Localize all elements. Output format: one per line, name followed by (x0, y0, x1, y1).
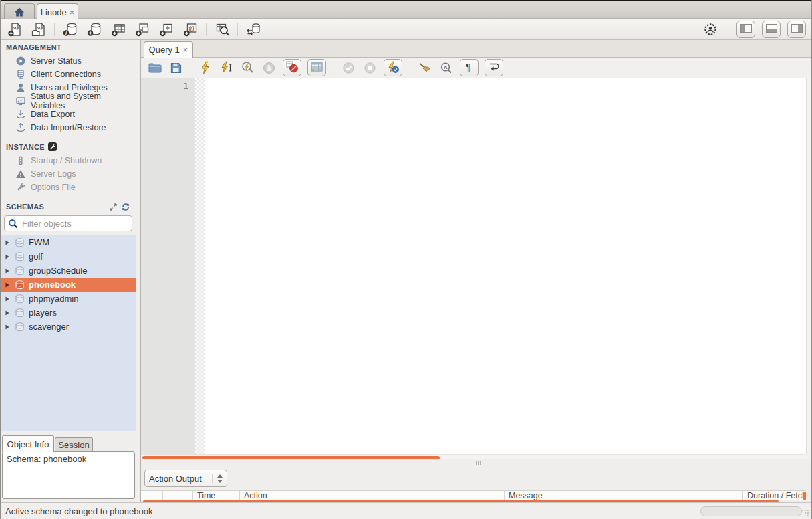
schema-row-phpmyadmin[interactable]: phpmyadmin (1, 292, 136, 306)
tab-query-1[interactable]: Query 1 × (144, 41, 193, 58)
output-splitter[interactable] (141, 459, 811, 466)
open-script-icon[interactable] (147, 60, 162, 76)
schema-row-players[interactable]: players (1, 306, 136, 320)
admin-settings-icon[interactable] (702, 21, 719, 37)
sidebar-item-status-variables[interactable]: Status and System Variables (1, 94, 136, 108)
sidebar-item-data-import[interactable]: Data Import/Restore (1, 121, 136, 134)
sidebar-item-startup-shutdown[interactable]: Startup / Shutdown (1, 154, 136, 167)
column-time[interactable]: Time (193, 491, 240, 500)
schema-row-groupschedule[interactable]: groupSchedule (1, 264, 136, 278)
tab-session[interactable]: Session (55, 437, 93, 452)
column-message[interactable]: Message (505, 491, 743, 500)
schema-row-fwm[interactable]: FWM (1, 235, 136, 249)
mysql-workbench-window: Linode × SQL SQL i f() (0, 0, 812, 519)
sidebar-item-label: Server Logs (31, 169, 76, 179)
toggle-right-sidebar-button[interactable] (787, 21, 806, 38)
toggle-wrap-button[interactable] (485, 59, 503, 76)
output-type-select[interactable]: Action Output (144, 470, 227, 487)
toolbar-separator (206, 23, 207, 36)
expand-arrow-icon[interactable] (5, 240, 10, 245)
sql-editor-toolbar: A ¶ (141, 58, 811, 78)
beautify-icon[interactable] (417, 60, 432, 76)
sidebar-item-label: Data Export (31, 110, 75, 119)
expand-arrow-icon[interactable] (5, 324, 10, 330)
toggle-autocommit-button[interactable] (384, 59, 402, 76)
rollback-icon[interactable] (362, 60, 378, 76)
toggle-left-sidebar-button[interactable] (736, 21, 755, 38)
explain-icon[interactable] (240, 60, 255, 76)
sidebar-item-options-file[interactable]: Options File (1, 181, 136, 194)
connection-tab[interactable]: Linode × (37, 3, 78, 20)
home-tab[interactable] (4, 3, 35, 20)
sidebar-item-client-connections[interactable]: Client Connections (1, 68, 136, 81)
schema-db-icon (14, 308, 25, 318)
pilcrow-icon: ¶ (464, 62, 474, 74)
splitter-grip (476, 461, 477, 465)
expand-schemas-icon[interactable] (108, 202, 118, 211)
save-script-icon[interactable] (168, 60, 184, 76)
create-table-icon[interactable] (110, 21, 127, 37)
create-view-icon[interactable] (134, 21, 151, 37)
editor-horizontal-scrollbar[interactable] (141, 454, 806, 459)
new-sql-tab-icon[interactable]: SQL (6, 21, 23, 37)
home-icon (14, 7, 25, 17)
tab-label: Session (58, 440, 89, 450)
search-table-data-icon[interactable] (213, 21, 231, 37)
limit-rows-button[interactable] (307, 59, 326, 76)
sidebar: MANAGEMENT Server Status Client Connecti… (1, 40, 136, 502)
find-icon[interactable]: A (438, 60, 454, 76)
sidebar-item-server-status[interactable]: Server Status (1, 54, 136, 68)
tab-object-info[interactable]: Object Info (2, 435, 54, 452)
schema-name: scavenger (29, 322, 69, 332)
schema-db-icon (14, 280, 25, 290)
sidebar-item-label: Startup / Shutdown (31, 156, 102, 165)
expand-arrow-icon[interactable] (5, 254, 10, 260)
expand-arrow-icon[interactable] (5, 282, 10, 288)
reconnect-dbms-icon[interactable] (245, 21, 262, 37)
toggle-invisibles-button[interactable]: ¶ (460, 59, 479, 76)
query-workspace: Query 1 × (140, 40, 811, 502)
column-duration-fetch[interactable]: Duration / Fetch (743, 491, 806, 500)
resize-grip-icon[interactable] (802, 510, 803, 511)
column-action[interactable]: Action (240, 491, 505, 500)
expand-arrow-icon[interactable] (5, 268, 10, 274)
sidebar-item-server-logs[interactable]: Server Logs (1, 167, 136, 181)
editor-vertical-scrollbar[interactable] (806, 78, 811, 454)
close-icon[interactable]: × (183, 45, 188, 54)
column-index[interactable] (163, 491, 193, 500)
client-connections-icon (15, 69, 26, 80)
instance-header-label: INSTANCE (6, 143, 45, 151)
execute-icon[interactable] (197, 60, 213, 76)
schema-row-scavenger[interactable]: scavenger (1, 320, 136, 334)
schema-inspector-icon[interactable]: i (61, 21, 79, 37)
schema-filter-input[interactable] (21, 218, 129, 229)
create-schema-icon[interactable] (86, 21, 103, 37)
toggle-stop-on-error-button[interactable] (283, 59, 301, 76)
sidebar-item-data-export[interactable]: Data Export (1, 108, 136, 121)
fold-margin (195, 78, 205, 454)
refresh-schemas-icon[interactable] (120, 202, 131, 211)
column-status[interactable] (141, 491, 163, 500)
output-table-header: Time Action Message Duration / Fetch (141, 490, 806, 500)
data-export-icon (15, 109, 26, 120)
schema-row-golf[interactable]: golf (1, 249, 136, 264)
output-vertical-scrollbar[interactable] (803, 492, 806, 500)
expand-arrow-icon[interactable] (5, 296, 10, 302)
open-sql-script-icon[interactable]: SQL (30, 21, 47, 37)
schema-name: groupSchedule (29, 266, 87, 276)
schema-row-phonebook[interactable]: phonebook (1, 278, 136, 292)
expand-arrow-icon[interactable] (5, 310, 10, 316)
svg-text:A: A (444, 64, 448, 70)
sql-editor-text-area[interactable] (205, 78, 806, 454)
wrap-icon (489, 62, 500, 74)
close-icon[interactable]: × (70, 8, 75, 17)
commit-icon[interactable] (341, 60, 356, 76)
schemas-section-header: SCHEMAS (6, 202, 44, 211)
create-function-icon[interactable]: f() (182, 21, 199, 37)
toggle-bottom-panel-button[interactable] (762, 21, 781, 38)
execute-current-icon[interactable] (219, 60, 234, 76)
schema-db-icon (14, 251, 25, 262)
stop-icon[interactable] (261, 60, 277, 76)
create-procedure-icon[interactable] (158, 21, 175, 37)
left-panel-icon (740, 24, 752, 35)
